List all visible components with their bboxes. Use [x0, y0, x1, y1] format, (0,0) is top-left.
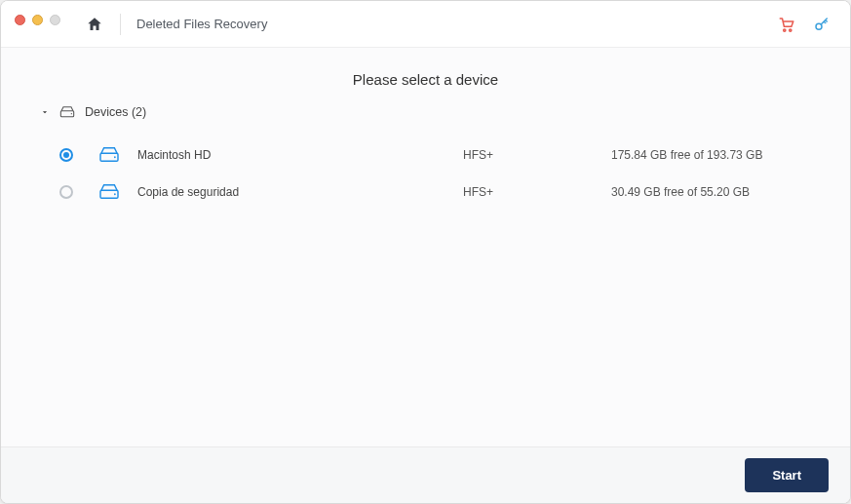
- devices-group-label: Devices (2): [85, 105, 146, 119]
- device-name: Macintosh HD: [137, 148, 274, 162]
- drive-icon: [98, 146, 126, 164]
- app-window: Deleted Files Recovery Please select a d…: [0, 0, 851, 504]
- devices-group: Devices (2) Macintosh HD HFS+ 175.84: [1, 105, 850, 211]
- footer: Start: [1, 446, 850, 503]
- svg-point-8: [114, 193, 116, 195]
- divider: [120, 14, 121, 35]
- device-filesystem: HFS+: [463, 185, 600, 199]
- maximize-window-button[interactable]: [50, 15, 60, 25]
- window-controls: [15, 15, 60, 25]
- svg-point-6: [114, 156, 116, 158]
- drive-icon: [98, 183, 126, 201]
- disk-icon: [59, 105, 75, 119]
- device-radio[interactable]: [59, 185, 73, 199]
- start-button[interactable]: Start: [745, 458, 829, 492]
- svg-point-0: [784, 28, 786, 30]
- device-row[interactable]: Macintosh HD HFS+ 175.84 GB free of 193.…: [40, 136, 811, 174]
- chevron-down-icon: [40, 107, 50, 117]
- instruction-text: Please select a device: [1, 48, 850, 105]
- page-title: Deleted Files Recovery: [136, 17, 267, 31]
- titlebar: Deleted Files Recovery: [1, 1, 850, 48]
- device-free-text: 175.84 GB free of 193.73 GB: [611, 148, 792, 162]
- device-name: Copia de seguridad: [137, 185, 274, 199]
- close-window-button[interactable]: [15, 15, 25, 25]
- svg-point-4: [71, 113, 72, 114]
- device-free-text: 30.49 GB free of 55.20 GB: [611, 185, 792, 199]
- titlebar-actions: [778, 16, 831, 33]
- cart-icon[interactable]: [778, 16, 795, 33]
- minimize-window-button[interactable]: [32, 15, 43, 25]
- device-filesystem: HFS+: [463, 148, 600, 162]
- device-radio[interactable]: [59, 148, 73, 162]
- key-icon[interactable]: [813, 16, 831, 33]
- devices-group-header[interactable]: Devices (2): [40, 105, 811, 119]
- main-area: Please select a device Devices (2): [1, 48, 850, 446]
- home-icon[interactable]: [85, 15, 104, 34]
- device-row[interactable]: Copia de seguridad HFS+ 30.49 GB free of…: [40, 174, 811, 211]
- svg-point-1: [790, 28, 792, 30]
